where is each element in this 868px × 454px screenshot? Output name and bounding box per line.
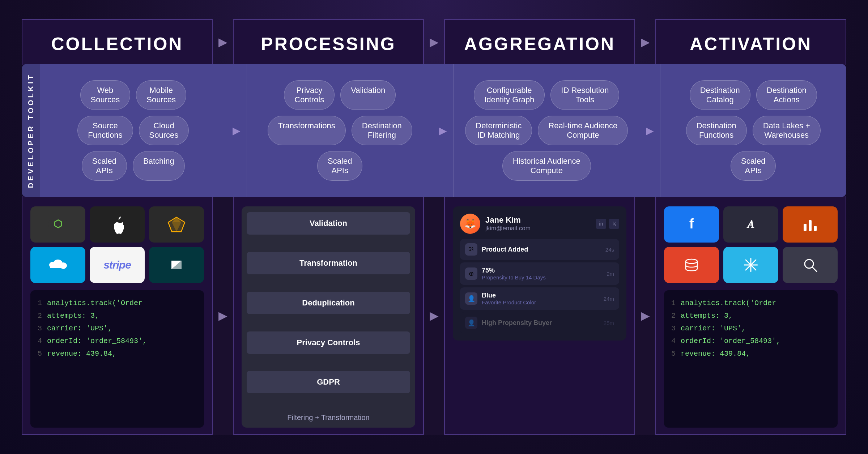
svg-rect-14 <box>814 226 817 231</box>
pill-deterministic-id: DeterministicID Matching <box>465 116 532 145</box>
profile-header: 🦊 Jane Kim jkim@email.com in 𝕏 <box>460 214 619 234</box>
trait-color-text: Blue Favorite Product Color <box>482 292 599 305</box>
zendesk-icon <box>149 247 204 283</box>
toolkit-label: DEVELOPER TOOLKIT <box>22 64 40 197</box>
trait-product-added: 🛍 Product Added 24s <box>460 239 619 260</box>
svg-text:𝐴: 𝐴 <box>746 218 754 231</box>
pill-data-lakes: Data Lakes +Warehouses <box>753 116 821 145</box>
pill-dest-filtering: DestinationFiltering <box>352 116 412 145</box>
activation-icon-grid: f 𝐴 <box>664 206 838 283</box>
search-icon <box>783 247 838 283</box>
profile-name: Jane Kim <box>485 215 531 225</box>
proc-label: Filtering + Transformation <box>247 408 410 424</box>
proc-deduplication: Deduplication <box>247 292 410 314</box>
pill-web-sources: WebSources <box>80 80 131 110</box>
pill-dest-functions: DestinationFunctions <box>686 116 747 145</box>
nodejs-icon: ⬡ <box>30 206 85 243</box>
pill-dest-catalog: DestinationCatalog <box>690 80 750 110</box>
shopping-icon: 🛍 <box>465 243 477 256</box>
main-container: COLLECTION ▶ PROCESSING ▶ AGGREGATION ▶ … <box>22 19 846 435</box>
svg-point-15 <box>686 259 697 264</box>
activation-code-block: 1analytics.track('Order 2attempts: 3, 3c… <box>664 290 838 428</box>
svg-rect-12 <box>804 224 807 231</box>
percent-icon: ⊕ <box>465 267 477 280</box>
trait-buyer-text: High Propensity Buyer <box>482 319 599 327</box>
pill-privacy-controls: PrivacyControls <box>284 80 335 110</box>
aggregation-content: 🦊 Jane Kim jkim@email.com in 𝕏 🛍 Product… <box>444 196 635 435</box>
collection-title: COLLECTION <box>51 34 183 55</box>
trait-product-title: Product Added <box>482 246 601 253</box>
pill-scaled-apis-act: ScaledAPIs <box>731 151 776 181</box>
trait-buyer-title: High Propensity Buyer <box>482 319 599 327</box>
toolkit-aggregation-col: ConfigurableIdentity Graph ID Resolution… <box>453 64 640 197</box>
social-icons: in 𝕏 <box>596 219 619 229</box>
trait-product-text: Product Added <box>482 246 601 253</box>
trait-propensity-title: 75% <box>482 267 602 274</box>
analytics-icon <box>783 206 838 243</box>
svg-text:⬡: ⬡ <box>54 218 62 230</box>
database-icon <box>664 247 719 283</box>
facebook-icon: f <box>664 206 719 243</box>
pill-dest-actions: DestinationActions <box>756 80 817 110</box>
profile-info: Jane Kim jkim@email.com <box>485 215 531 232</box>
collection-header: COLLECTION <box>22 19 213 65</box>
trait-propensity: ⊕ 75% Propensity to Buy 14 Days 2m <box>460 262 619 285</box>
bottom-section: ⬡ stripe <box>22 196 846 435</box>
avatar: 🦊 <box>460 214 480 234</box>
processing-content: Validation Transformation Deduplication … <box>233 196 424 435</box>
trait-propensity-sub: Propensity to Buy 14 Days <box>482 274 602 280</box>
toolkit-collection-col: WebSources MobileSources SourceFunctions… <box>40 64 226 197</box>
svg-line-22 <box>812 267 817 271</box>
aggregation-header: AGGREGATION <box>444 19 635 65</box>
buyer-icon: 👤 <box>465 317 477 329</box>
salesforce-icon <box>30 247 85 283</box>
trait-propensity-text: 75% Propensity to Buy 14 Days <box>482 267 602 280</box>
svg-text:f: f <box>689 217 694 231</box>
activation-content: f 𝐴 <box>655 196 846 435</box>
pill-cloud-sources: CloudSources <box>139 116 189 145</box>
pill-config-identity: ConfigurableIdentity Graph <box>474 80 545 110</box>
activation-title: ACTIVATION <box>690 34 812 55</box>
trait-color-title: Blue <box>482 292 599 299</box>
svg-rect-13 <box>809 220 812 231</box>
proc-transformation: Transformation <box>247 252 410 274</box>
sketch-icon <box>149 206 204 243</box>
activation-header: ACTIVATION <box>655 19 846 65</box>
pill-scaled-apis-col: ScaledAPIs <box>82 151 127 181</box>
collection-icon-grid: ⬡ stripe <box>30 206 204 283</box>
linkedin-icon: in <box>596 219 606 229</box>
developer-toolkit-banner: DEVELOPER TOOLKIT WebSources MobileSourc… <box>22 64 846 197</box>
processing-header: PROCESSING <box>233 19 424 65</box>
proc-gdpr: GDPR <box>247 371 410 393</box>
bottom-arrow-2: ▶ <box>424 196 444 435</box>
arrow-3: ▶ <box>635 19 655 65</box>
pill-realtime-audience: Real-time AudienceCompute <box>538 116 628 145</box>
arrow-1: ▶ <box>213 19 233 65</box>
trait-product-time: 24s <box>605 247 614 253</box>
pill-mobile-sources: MobileSources <box>136 80 186 110</box>
toolkit-processing-col: PrivacyControls Validation Transformatio… <box>247 64 433 197</box>
pill-id-resolution: ID ResolutionTools <box>550 80 619 110</box>
apple-icon <box>90 206 145 243</box>
twitter-icon: 𝕏 <box>609 219 619 229</box>
toolkit-arrow-3: ▶ <box>640 64 660 197</box>
toolkit-arrow-1: ▶ <box>226 64 247 197</box>
trait-color-sub: Favorite Product Color <box>482 299 599 305</box>
trait-buyer: 👤 High Propensity Buyer 25m <box>460 312 619 333</box>
trait-color: 👤 Blue Favorite Product Color 24m <box>460 287 619 310</box>
collection-code-block: 1analytics.track('Order 2attempts: 3, 3c… <box>30 290 204 428</box>
proc-privacy: Privacy Controls <box>247 331 410 354</box>
pill-validation: Validation <box>340 80 396 110</box>
toolkit-activation-col: DestinationCatalog DestinationActions De… <box>660 64 847 197</box>
processing-title: PROCESSING <box>261 34 396 55</box>
bottom-arrow-3: ▶ <box>635 196 655 435</box>
proc-validation: Validation <box>247 212 410 235</box>
pill-scaled-apis-proc: ScaledAPIs <box>317 151 362 181</box>
stripe-icon: stripe <box>90 247 145 283</box>
profile-email: jkim@email.com <box>485 225 531 232</box>
pill-source-functions: SourceFunctions <box>77 116 133 145</box>
pill-historical-audience: Historical AudienceCompute <box>502 151 591 181</box>
pill-transformations: Transformations <box>268 116 346 145</box>
trait-propensity-time: 2m <box>607 271 614 277</box>
arrow-2: ▶ <box>424 19 444 65</box>
